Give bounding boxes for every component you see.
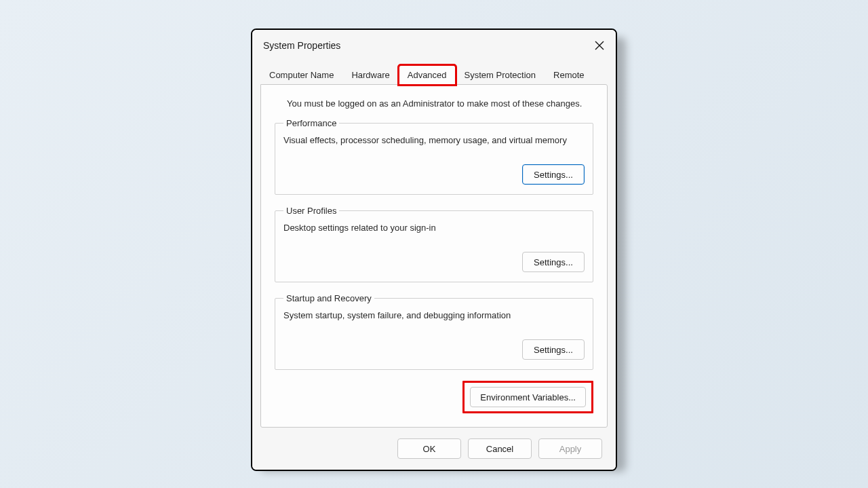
system-properties-dialog: System Properties Computer Name Hardware…: [251, 29, 617, 471]
group-performance-desc: Visual effects, processor scheduling, me…: [283, 135, 585, 145]
user-profiles-settings-button[interactable]: Settings...: [522, 252, 585, 272]
cancel-button[interactable]: Cancel: [468, 438, 532, 459]
group-user-profiles-desc: Desktop settings related to your sign-in: [283, 223, 585, 233]
environment-variables-highlight: Environment Variables...: [462, 381, 593, 413]
apply-button[interactable]: Apply: [538, 438, 602, 459]
group-startup-recovery-desc: System startup, system failure, and debu…: [283, 310, 585, 320]
group-performance-legend: Performance: [283, 118, 339, 128]
performance-settings-button[interactable]: Settings...: [522, 164, 585, 185]
close-button[interactable]: [593, 39, 606, 52]
close-icon: [595, 41, 604, 50]
environment-variables-button[interactable]: Environment Variables...: [470, 387, 586, 407]
tab-computer-name[interactable]: Computer Name: [260, 65, 342, 84]
tab-panel-advanced: You must be logged on as an Administrato…: [260, 84, 608, 428]
dialog-title: System Properties: [263, 40, 340, 51]
startup-recovery-settings-button[interactable]: Settings...: [522, 339, 585, 360]
group-user-profiles-legend: User Profiles: [283, 206, 339, 216]
environment-variables-row: Environment Variables...: [275, 381, 593, 413]
titlebar: System Properties: [252, 30, 616, 61]
group-startup-recovery-legend: Startup and Recovery: [283, 293, 374, 303]
tab-remote[interactable]: Remote: [545, 65, 593, 84]
ok-button[interactable]: OK: [397, 438, 461, 459]
tabstrip: Computer Name Hardware Advanced System P…: [252, 62, 616, 84]
group-startup-recovery: Startup and Recovery System startup, sys…: [275, 293, 593, 370]
dialog-footer-buttons: OK Cancel Apply: [252, 436, 616, 470]
group-performance: Performance Visual effects, processor sc…: [275, 118, 593, 195]
tab-hardware[interactable]: Hardware: [342, 65, 398, 84]
tab-system-protection[interactable]: System Protection: [456, 65, 545, 84]
admin-notice: You must be logged on as an Administrato…: [287, 98, 593, 109]
tab-advanced[interactable]: Advanced: [399, 65, 456, 85]
group-user-profiles: User Profiles Desktop settings related t…: [275, 206, 593, 282]
